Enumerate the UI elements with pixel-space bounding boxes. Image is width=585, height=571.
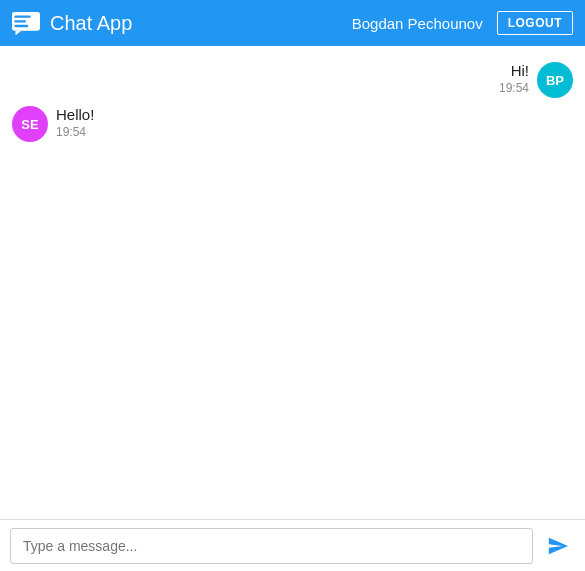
sent-message-text: Hi!	[511, 62, 529, 79]
header-right: Bogdan Pechounov LOGOUT	[352, 11, 573, 35]
header-left: Chat App	[12, 12, 132, 35]
input-area	[0, 519, 585, 571]
messages-area: BP Hi! 19:54 SE Hello! 19:54	[0, 46, 585, 519]
svg-rect-2	[14, 15, 30, 17]
logout-button[interactable]: LOGOUT	[497, 11, 573, 35]
message-row-sent: BP Hi! 19:54	[12, 62, 573, 98]
send-icon	[547, 535, 569, 557]
send-button[interactable]	[541, 531, 575, 561]
sent-message-time: 19:54	[499, 81, 529, 95]
received-message-time: 19:54	[56, 125, 94, 139]
app-title: Chat App	[50, 12, 132, 35]
svg-rect-4	[14, 25, 28, 27]
sent-message-content: Hi! 19:54	[499, 62, 529, 95]
received-message-text: Hello!	[56, 106, 94, 123]
app-header: Chat App Bogdan Pechounov LOGOUT	[0, 0, 585, 46]
message-input[interactable]	[10, 528, 533, 564]
svg-marker-1	[16, 31, 22, 36]
avatar-se: SE	[12, 106, 48, 142]
user-name: Bogdan Pechounov	[352, 15, 483, 32]
message-row-received: SE Hello! 19:54	[12, 106, 573, 142]
chat-icon	[12, 12, 40, 34]
svg-rect-3	[14, 20, 26, 22]
avatar-bp: BP	[537, 62, 573, 98]
received-message-content: Hello! 19:54	[56, 106, 94, 139]
